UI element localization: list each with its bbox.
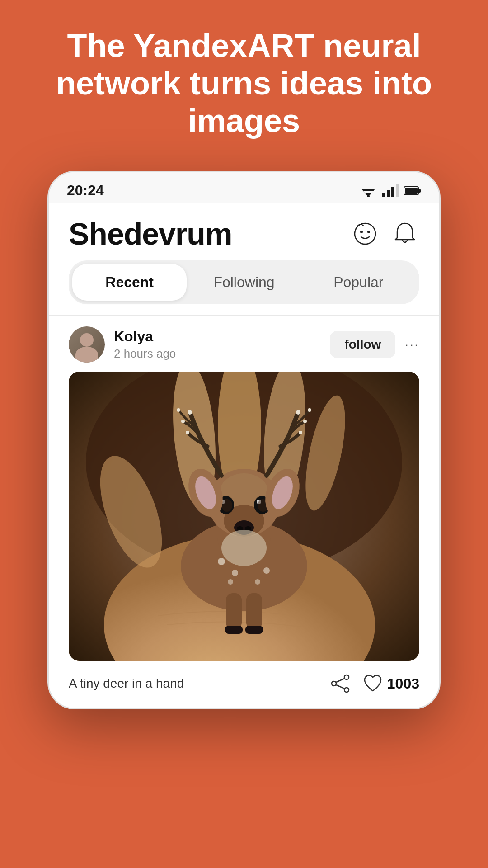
heart-icon xyxy=(363,674,383,693)
share-button[interactable] xyxy=(330,674,350,693)
svg-point-46 xyxy=(188,410,192,415)
svg-line-62 xyxy=(336,679,344,682)
signal-icon xyxy=(382,184,399,197)
svg-point-28 xyxy=(255,579,260,585)
svg-rect-4 xyxy=(382,193,385,197)
svg-point-58 xyxy=(221,530,267,566)
svg-rect-7 xyxy=(396,184,399,197)
svg-point-26 xyxy=(263,567,270,574)
svg-point-11 xyxy=(355,223,375,244)
svg-rect-55 xyxy=(246,593,262,629)
bell-icon-btn[interactable] xyxy=(390,219,419,248)
status-time: 20:24 xyxy=(67,182,104,199)
svg-point-27 xyxy=(228,579,233,585)
username: Kolya xyxy=(114,328,176,345)
post-footer: A tiny deer in a hand 1003 xyxy=(49,661,439,708)
face-icon xyxy=(353,222,377,245)
like-button[interactable]: 1003 xyxy=(363,674,419,693)
svg-rect-9 xyxy=(418,189,421,193)
svg-rect-56 xyxy=(225,626,243,634)
svg-point-12 xyxy=(360,231,363,233)
avatar xyxy=(69,326,105,363)
svg-rect-54 xyxy=(226,593,242,629)
like-count: 1003 xyxy=(387,675,419,692)
svg-point-52 xyxy=(303,420,307,423)
svg-rect-6 xyxy=(391,187,394,197)
app-header: Shedevrum xyxy=(49,203,439,260)
post-image xyxy=(69,372,419,661)
section-divider xyxy=(49,315,439,316)
svg-point-49 xyxy=(177,408,180,412)
wifi-icon xyxy=(360,184,377,197)
svg-point-53 xyxy=(308,408,311,412)
post-time: 2 hours ago xyxy=(114,347,176,361)
svg-point-24 xyxy=(232,570,238,576)
tabs-container: Recent Following Popular xyxy=(69,260,419,304)
tab-following[interactable]: Following xyxy=(187,264,301,301)
post-footer-actions: 1003 xyxy=(330,674,419,693)
svg-point-59 xyxy=(344,675,349,679)
hero-title: The YandexART neural network turns ideas… xyxy=(18,27,470,139)
svg-line-63 xyxy=(336,685,344,689)
follow-button[interactable]: follow xyxy=(330,331,395,358)
status-icons xyxy=(360,184,421,197)
post-user: Kolya 2 hours ago xyxy=(69,326,176,363)
svg-point-40 xyxy=(221,499,232,512)
header-icons xyxy=(351,219,419,248)
svg-rect-10 xyxy=(405,188,418,194)
svg-point-60 xyxy=(332,681,336,686)
svg-point-23 xyxy=(218,558,225,565)
user-info: Kolya 2 hours ago xyxy=(114,328,176,361)
svg-rect-5 xyxy=(387,190,390,197)
status-bar: 20:24 xyxy=(49,172,439,203)
svg-point-47 xyxy=(186,431,189,434)
svg-point-13 xyxy=(367,231,370,233)
tab-recent[interactable]: Recent xyxy=(72,264,187,301)
svg-point-51 xyxy=(299,431,302,434)
app-title: Shedevrum xyxy=(69,216,232,251)
tab-popular[interactable]: Popular xyxy=(301,264,416,301)
post-header: Kolya 2 hours ago follow ··· xyxy=(49,326,439,372)
bell-icon xyxy=(394,222,416,246)
svg-rect-57 xyxy=(245,626,263,634)
deer-illustration xyxy=(69,372,419,661)
face-icon-btn[interactable] xyxy=(351,219,380,248)
share-icon xyxy=(330,674,350,693)
phone-mockup: 20:24 Shedevru xyxy=(47,171,441,709)
svg-point-61 xyxy=(344,688,349,692)
svg-point-48 xyxy=(181,420,185,423)
svg-point-50 xyxy=(296,410,300,415)
post-caption: A tiny deer in a hand xyxy=(69,676,184,691)
more-options-button[interactable]: ··· xyxy=(404,336,419,353)
battery-icon xyxy=(404,186,421,196)
post-actions: follow ··· xyxy=(330,331,419,358)
